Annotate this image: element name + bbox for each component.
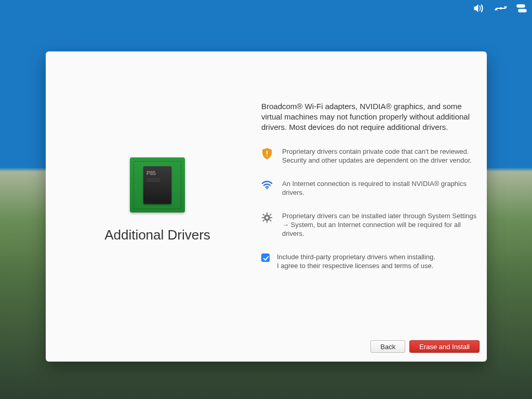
svg-rect-15 — [270, 220, 272, 222]
svg-rect-11 — [267, 221, 268, 223]
left-panel: Additional Drivers — [54, 72, 261, 326]
back-button[interactable]: Back — [370, 340, 405, 353]
svg-point-4 — [520, 10, 521, 11]
note-settings: Proprietary drivers can be installed lat… — [261, 212, 479, 238]
include-drivers-checkbox[interactable] — [261, 254, 270, 262]
note-internet: An Internet connection is required to in… — [261, 180, 479, 197]
system-tray — [474, 4, 527, 15]
driver-chip-icon — [130, 157, 185, 212]
wifi-icon — [261, 180, 273, 197]
svg-rect-14 — [262, 214, 264, 216]
include-drivers-row[interactable]: Include third-party proprietary drivers … — [261, 253, 479, 271]
erase-install-button[interactable]: Erase and Install — [409, 340, 480, 353]
sound-icon[interactable] — [474, 4, 485, 15]
shield-warning-icon — [261, 148, 273, 165]
note-text: Proprietary drivers can be installed lat… — [282, 212, 479, 238]
svg-rect-12 — [262, 217, 264, 218]
svg-point-7 — [267, 188, 268, 190]
intro-text: Broadcom® Wi-Fi adapters, NVIDIA® graphi… — [261, 101, 479, 132]
svg-rect-5 — [267, 151, 268, 154]
page-title: Additional Drivers — [104, 227, 210, 243]
installer-window: Additional Drivers Broadcom® Wi-Fi adapt… — [46, 51, 487, 362]
note-text: Proprietary drivers contain private code… — [282, 148, 479, 165]
network-icon[interactable] — [495, 5, 507, 14]
note-text: An Internet connection is required to in… — [282, 180, 479, 197]
svg-rect-13 — [270, 217, 272, 218]
footer-buttons: Back Erase and Install — [46, 331, 487, 362]
right-panel: Broadcom® Wi-Fi adapters, NVIDIA® graphi… — [261, 72, 479, 326]
gear-icon — [261, 212, 273, 238]
note-proprietary: Proprietary drivers contain private code… — [261, 148, 479, 165]
power-icon[interactable] — [516, 4, 527, 15]
svg-point-9 — [266, 216, 269, 219]
svg-point-3 — [523, 5, 524, 6]
checkbox-label: Include third-party proprietary drivers … — [277, 253, 435, 271]
svg-rect-10 — [267, 212, 268, 215]
svg-point-0 — [500, 8, 502, 9]
svg-rect-16 — [270, 214, 272, 216]
svg-rect-6 — [267, 155, 268, 156]
svg-rect-17 — [262, 220, 264, 222]
